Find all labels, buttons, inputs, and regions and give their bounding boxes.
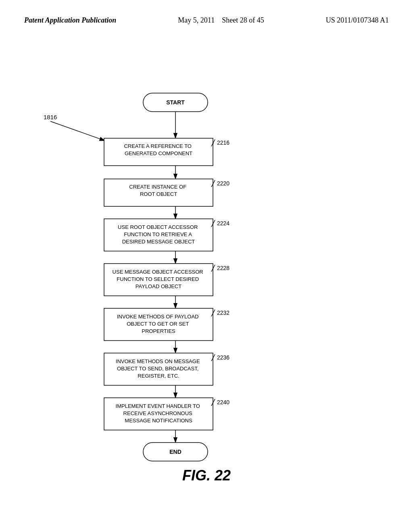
publication-label: Patent Application Publication: [24, 16, 116, 25]
label-2240: IMPLEMENT EVENT HANDLER TO RECEIVE ASYNC…: [116, 403, 202, 424]
diagram-area: 1816 START CREATE A REFERENCE TO GENERAT…: [0, 33, 413, 496]
ref-num-2228: 2228: [217, 265, 229, 271]
ref-num-2224: 2224: [217, 220, 229, 227]
ref-num-2216: 2216: [217, 139, 229, 146]
date-label: May 5, 2011: [178, 16, 215, 24]
page-header: Patent Application Publication May 5, 20…: [0, 0, 413, 33]
sheet-label: Sheet 28 of 45: [222, 16, 264, 24]
header-center: May 5, 2011 Sheet 28 of 45: [178, 16, 264, 25]
end-label: END: [169, 449, 181, 455]
flowchart-svg: 1816 START CREATE A REFERENCE TO GENERAT…: [0, 33, 413, 496]
ref-num-2232: 2232: [217, 310, 229, 316]
patent-number: US 2011/0107348 A1: [326, 16, 389, 25]
label-2224: USE ROOT OBJECT ACCESSOR FUNCTION TO RET…: [118, 224, 199, 245]
ref-1816-arrow: [50, 121, 105, 141]
ref-num-2240: 2240: [217, 399, 229, 405]
figure-label: FIG. 22: [182, 467, 231, 484]
start-label: START: [166, 99, 185, 106]
ref-num-2220: 2220: [217, 180, 229, 187]
ref-1816-label: 1816: [44, 114, 57, 121]
ref-num-2236: 2236: [217, 354, 229, 361]
